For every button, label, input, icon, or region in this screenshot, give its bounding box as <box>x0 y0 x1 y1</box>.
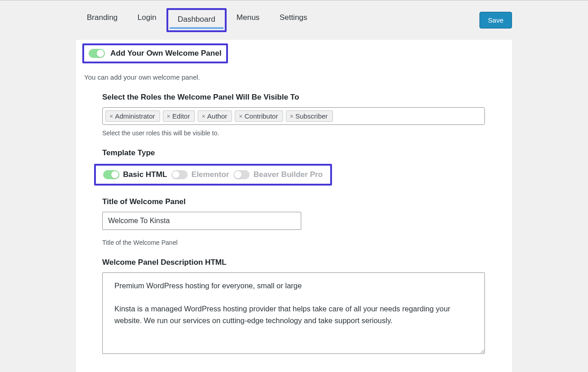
welcome-panel-toggle-label: Add Your Own Welcome Panel <box>110 49 222 58</box>
roles-title: Select the Roles the Welcome Panel Will … <box>102 93 485 102</box>
role-tag: ×Author <box>198 110 232 122</box>
tab-list: Branding Login Dashboard Menus Settings <box>77 8 317 32</box>
title-field-hint: Title of the Welcome Panel <box>102 239 485 246</box>
close-icon[interactable]: × <box>239 113 242 120</box>
role-tag: ×Editor <box>163 110 195 122</box>
welcome-description-textarea[interactable] <box>102 272 485 354</box>
template-elementor-label: Elementor <box>191 170 229 179</box>
template-basic-toggle[interactable] <box>103 170 119 179</box>
close-icon[interactable]: × <box>290 113 294 120</box>
template-beaver-toggle[interactable] <box>233 170 250 179</box>
roles-tag-input[interactable]: ×Administrator ×Editor ×Author ×Contribu… <box>102 107 485 125</box>
tab-menus[interactable]: Menus <box>227 8 270 32</box>
desc-field-label: Welcome Panel Description HTML <box>102 258 485 267</box>
welcome-panel-toggle-row: Add Your Own Welcome Panel <box>82 43 228 63</box>
tab-dashboard[interactable]: Dashboard <box>166 8 227 32</box>
role-tag: ×Contributor <box>235 110 283 122</box>
tab-branding[interactable]: Branding <box>77 8 128 32</box>
roles-section: Select the Roles the Welcome Panel Will … <box>102 93 512 137</box>
close-icon[interactable]: × <box>167 113 171 120</box>
save-button[interactable]: Save <box>479 12 512 29</box>
template-beaver-label: Beaver Builder Pro <box>253 170 322 179</box>
title-section: Title of Welcome Panel Title of the Welc… <box>102 197 512 246</box>
template-elementor-toggle[interactable] <box>171 170 188 179</box>
role-tag: ×Subscriber <box>286 110 333 122</box>
template-title: Template Type <box>102 148 485 157</box>
roles-hint: Select the user roles this will be visib… <box>102 129 485 137</box>
welcome-title-input[interactable] <box>102 212 301 230</box>
title-field-label: Title of Welcome Panel <box>102 197 485 206</box>
role-tag: ×Administrator <box>105 110 160 122</box>
template-basic-label: Basic HTML <box>123 170 167 179</box>
template-type-row: Basic HTML Elementor Beaver Builder Pro <box>94 164 332 186</box>
template-section: Template Type <box>102 148 512 157</box>
description-section: Welcome Panel Description HTML <box>102 258 512 355</box>
intro-hint: You can add your own welcome panel. <box>84 73 512 81</box>
close-icon[interactable]: × <box>202 113 205 120</box>
welcome-panel-toggle[interactable] <box>89 49 105 58</box>
settings-panel: Add Your Own Welcome Panel You can add y… <box>76 40 512 372</box>
tab-login[interactable]: Login <box>128 8 166 32</box>
top-bar: Branding Login Dashboard Menus Settings … <box>0 0 588 40</box>
close-icon[interactable]: × <box>109 113 113 120</box>
tab-settings[interactable]: Settings <box>270 8 317 32</box>
